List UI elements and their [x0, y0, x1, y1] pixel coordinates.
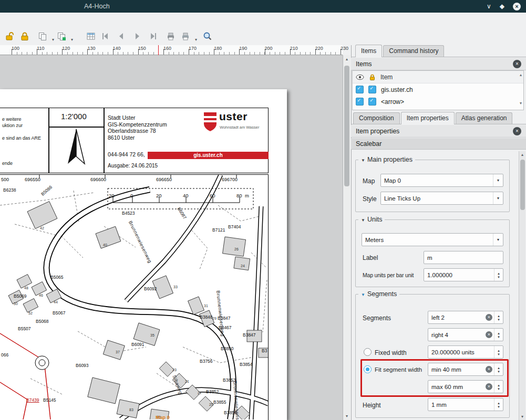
unlock-items-button[interactable]: [3, 29, 17, 43]
spin-value: left 2: [431, 314, 486, 321]
dropdown-caret-icon[interactable]: ▾: [71, 37, 73, 42]
label-field-value: m: [427, 255, 503, 261]
lock-items-button[interactable]: [18, 29, 32, 43]
scrollbar-handle[interactable]: [520, 160, 525, 210]
items-tree-header: Item: [353, 71, 523, 83]
export-button[interactable]: ▾: [179, 29, 192, 43]
ruler-number: 190: [239, 46, 247, 51]
tab-command-history[interactable]: Command history: [383, 45, 444, 57]
visibility-checkbox[interactable]: [356, 98, 364, 106]
fixed-width-spin[interactable]: 20.000000 units ▴▾: [428, 345, 503, 359]
left-text-line: e weitere: [2, 117, 22, 122]
spin-arrows[interactable]: ▴▾: [494, 269, 503, 281]
canvas-vertical-scrollbar[interactable]: ▴ ▾: [343, 55, 350, 420]
align-items-button[interactable]: ▾: [55, 29, 68, 43]
ruler-number: 130: [87, 46, 95, 51]
height-spin[interactable]: 1 mm ▴▾: [428, 398, 503, 411]
spin-arrows[interactable]: ▴▾: [494, 311, 503, 323]
ruler-number: 210: [290, 46, 298, 51]
scroll-down-icon[interactable]: ▾: [518, 101, 523, 106]
tab-atlas-generation[interactable]: Atlas generation: [456, 112, 513, 124]
clear-icon[interactable]: ×: [486, 331, 492, 338]
main-properties-group-title[interactable]: ▼Main properties: [358, 156, 415, 163]
spin-arrows[interactable]: ▴▾: [494, 329, 503, 341]
address-line: Oberlandstrasse 78: [108, 128, 167, 134]
dropdown-caret-icon[interactable]: ▾: [52, 37, 54, 42]
fixed-width-radio[interactable]: [364, 348, 372, 356]
print-button[interactable]: [164, 29, 178, 43]
lock-checkbox[interactable]: [368, 86, 376, 93]
items-column-header: Item: [380, 74, 393, 81]
panel-vertical-scrollbar[interactable]: ▴ ▾: [519, 151, 525, 420]
fixed-width-label: Fixed width: [375, 349, 407, 356]
style-combo-value: Line Ticks Up: [384, 195, 493, 202]
ruler-number: 150: [138, 46, 146, 51]
style-combo[interactable]: Line Ticks Up ▾: [380, 192, 503, 205]
segments-right-spin[interactable]: right 4 × ▴▾: [428, 328, 503, 341]
units-group-title[interactable]: ▼Units: [358, 216, 385, 223]
refresh-view-button[interactable]: [84, 29, 98, 43]
style-label: Style: [363, 195, 377, 203]
address-line: 8610 Uster: [108, 134, 167, 141]
shade-icon[interactable]: ∨: [487, 3, 491, 10]
refresh-view-icon: [86, 31, 96, 41]
ruler-number: 120: [62, 46, 70, 51]
map-item[interactable]: B6238B5086B4523B6087B7121B7404B5065B5069…: [0, 174, 269, 420]
scroll-up-icon[interactable]: ▴: [519, 152, 525, 157]
item-row[interactable]: <arrow>: [353, 96, 523, 108]
visibility-checkbox[interactable]: [356, 86, 364, 93]
item-label: <arrow>: [381, 98, 404, 106]
atlas-first-icon: [100, 31, 111, 41]
clear-icon[interactable]: ×: [486, 314, 492, 321]
toolbar: ▾ ▾: [0, 13, 526, 45]
app-window: A4-Hoch ∨ ◆ × ▾: [0, 0, 526, 420]
dropdown-caret-icon[interactable]: ▾: [195, 37, 197, 42]
align-items-icon: [56, 31, 67, 41]
units-combo[interactable]: Meters ▾: [362, 233, 503, 246]
tab-item-properties[interactable]: Item properties: [401, 112, 455, 124]
eye-icon: [356, 74, 364, 80]
ruler-number: 100: [12, 46, 19, 51]
close-icon[interactable]: ×: [513, 127, 521, 135]
table-divider: [48, 127, 104, 128]
tab-items[interactable]: Items: [355, 45, 382, 57]
ruler-number: 230: [341, 46, 348, 51]
address-line: Stadt Uster: [108, 114, 167, 121]
scroll-up-icon[interactable]: ▴: [343, 57, 350, 61]
atlas-prev-button[interactable]: [115, 29, 128, 43]
atlas-next-icon: [132, 31, 142, 41]
scroll-down-icon[interactable]: ▾: [343, 414, 350, 418]
segments-left-spin[interactable]: left 2 × ▴▾: [428, 311, 503, 324]
item-row[interactable]: gis.uster.ch: [353, 83, 523, 96]
items-tree[interactable]: Item gis.uster.ch <arrow>: [352, 70, 524, 110]
map-label: Map: [363, 177, 375, 185]
lock-checkbox[interactable]: [368, 98, 376, 106]
raise-items-button[interactable]: ▾: [36, 29, 49, 43]
map-combo-value: Map 0: [384, 177, 493, 184]
scroll-down-icon[interactable]: ▾: [519, 414, 525, 419]
segments-group-title[interactable]: ▼Segments: [358, 290, 399, 298]
ruler-number: 220: [315, 46, 323, 51]
composer-canvas[interactable]: e weitere uktion zur e sind an das ARE e…: [0, 55, 343, 420]
spin-arrows[interactable]: ▴▾: [494, 398, 503, 411]
left-text-line: e sind an das ARE: [2, 135, 41, 141]
zoom-full-button[interactable]: [201, 29, 214, 43]
close-icon[interactable]: ×: [513, 3, 521, 10]
maximize-icon[interactable]: ◆: [500, 3, 504, 10]
map-units-per-bar-spin[interactable]: 1.000000 ▴▾: [424, 268, 503, 281]
atlas-first-button[interactable]: [99, 29, 112, 43]
atlas-last-button[interactable]: [146, 29, 160, 43]
composition-page[interactable]: e weitere uktion zur e sind an das ARE e…: [0, 89, 287, 420]
map-combo[interactable]: Map 0 ▾: [380, 174, 503, 187]
scroll-up-icon[interactable]: ▴: [518, 72, 523, 77]
close-icon[interactable]: ×: [513, 60, 521, 68]
scrollbar-handle[interactable]: [344, 66, 349, 186]
spin-arrows[interactable]: ▴▾: [494, 346, 503, 358]
atlas-next-button[interactable]: [130, 29, 144, 43]
ruler-number: 110: [37, 46, 44, 51]
gis-banner: gis.uster.ch: [148, 152, 269, 159]
tab-composition[interactable]: Composition: [353, 112, 400, 124]
label-field[interactable]: m: [424, 251, 503, 264]
title-bar[interactable]: A4-Hoch ∨ ◆ ×: [0, 0, 526, 13]
dock-tabbar-top: Items Command history: [351, 45, 526, 57]
